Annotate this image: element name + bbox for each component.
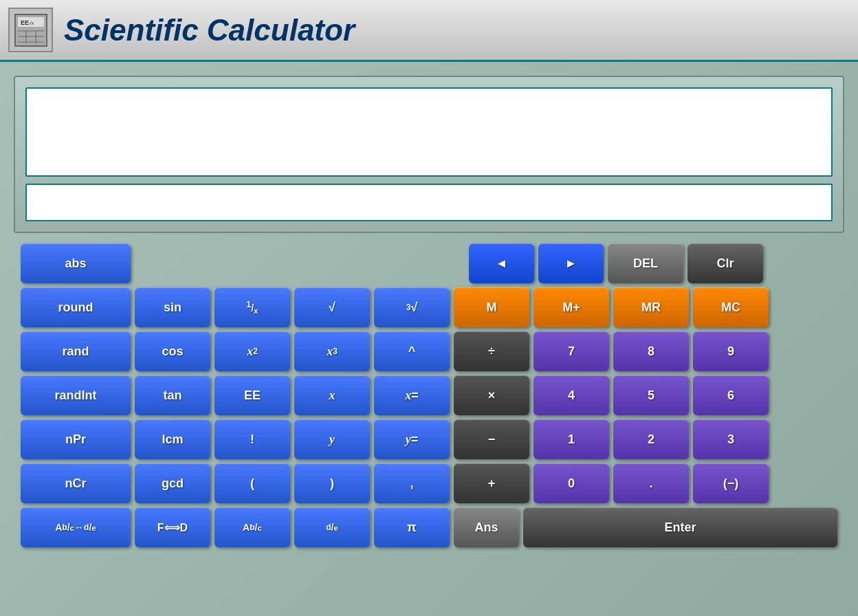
title-bar: EE √x Scientific Calculator [0, 0, 858, 62]
gcd-button[interactable]: gcd [135, 463, 210, 503]
display-main[interactable] [25, 87, 833, 177]
left-arrow-button[interactable]: ◄ [469, 243, 534, 283]
f-to-d-button[interactable]: F⟺D [135, 507, 210, 547]
inv-x-button[interactable]: 1/x [214, 287, 290, 327]
9-button[interactable]: 9 [693, 331, 769, 371]
x-var-button[interactable]: x [294, 375, 370, 415]
2-button[interactable]: 2 [613, 419, 689, 459]
negate-button[interactable]: (−) [693, 463, 769, 503]
buttons-area: abs ◄ ► DEL Clr round sin 1/x √ 3√ M M+ … [14, 240, 844, 555]
4-button[interactable]: 4 [534, 375, 609, 415]
d-e-button[interactable]: d/e [294, 507, 370, 547]
MC-button[interactable]: MC [693, 287, 769, 327]
x2-button[interactable]: x2 [214, 331, 290, 371]
calculator-body: abs ◄ ► DEL Clr round sin 1/x √ 3√ M M+ … [0, 62, 858, 616]
sin-button[interactable]: sin [135, 287, 210, 327]
display-area [14, 76, 844, 233]
cos-button[interactable]: cos [135, 331, 210, 371]
8-button[interactable]: 8 [613, 331, 689, 371]
3-button[interactable]: 3 [693, 419, 769, 459]
del-button[interactable]: DEL [608, 243, 683, 283]
y-var-button[interactable]: y [294, 419, 370, 459]
svg-text:EE: EE [21, 19, 29, 26]
subtract-button[interactable]: − [454, 419, 529, 459]
sqrt-button[interactable]: √ [294, 287, 370, 327]
MR-button[interactable]: MR [613, 287, 689, 327]
clr-button[interactable]: Clr [688, 243, 763, 283]
cbrt-button[interactable]: 3√ [374, 287, 450, 327]
nCr-button[interactable]: nCr [21, 463, 131, 503]
display-secondary[interactable] [25, 184, 833, 221]
ans-button[interactable]: Ans [454, 507, 519, 547]
tan-button[interactable]: tan [135, 375, 210, 415]
pi-button[interactable]: π [374, 507, 450, 547]
abs-button[interactable]: abs [21, 243, 131, 283]
svg-text:√x: √x [29, 21, 34, 25]
Mplus-button[interactable]: M+ [534, 287, 609, 327]
x-eq-button[interactable]: x= [374, 375, 450, 415]
M-button[interactable]: M [454, 287, 529, 327]
lcm-button[interactable]: lcm [135, 419, 210, 459]
nPr-button[interactable]: nPr [21, 419, 131, 459]
add-button[interactable]: + [454, 463, 529, 503]
5-button[interactable]: 5 [613, 375, 689, 415]
right-arrow-button[interactable]: ► [538, 243, 604, 283]
x3-button[interactable]: x3 [294, 331, 370, 371]
multiply-button[interactable]: × [454, 375, 529, 415]
divide-button[interactable]: ÷ [454, 331, 529, 371]
frac-button[interactable]: Ab/c [214, 507, 290, 547]
open-paren-button[interactable]: ( [214, 463, 290, 503]
frac-conv-button[interactable]: Ab/c ↔ d/e [21, 507, 131, 547]
app-title: Scientific Calculator [64, 13, 355, 47]
EE-button[interactable]: EE [214, 375, 290, 415]
1-button[interactable]: 1 [534, 419, 609, 459]
close-paren-button[interactable]: ) [294, 463, 370, 503]
rand-button[interactable]: rand [21, 331, 131, 371]
caret-button[interactable]: ^ [374, 331, 450, 371]
randInt-button[interactable]: randInt [21, 375, 131, 415]
0-button[interactable]: 0 [534, 463, 609, 503]
decimal-button[interactable]: . [613, 463, 689, 503]
y-eq-button[interactable]: y= [374, 419, 450, 459]
6-button[interactable]: 6 [693, 375, 769, 415]
title-icon: EE √x [8, 8, 53, 52]
factorial-button[interactable]: ! [214, 419, 290, 459]
comma-button[interactable]: , [374, 463, 450, 503]
7-button[interactable]: 7 [534, 331, 609, 371]
round-button[interactable]: round [21, 287, 131, 327]
enter-button[interactable]: Enter [523, 507, 837, 547]
